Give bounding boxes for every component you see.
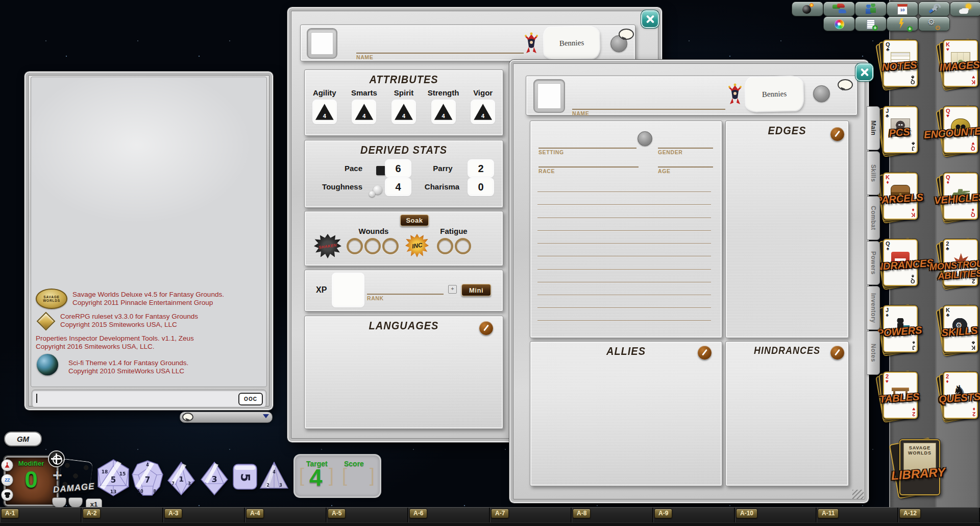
languages-panel: Languages <box>304 316 503 429</box>
attribute-die-slot[interactable]: 4 <box>393 101 414 123</box>
wound-checkbox[interactable] <box>382 238 399 254</box>
sidebar-item-notes[interactable]: Q♣ Q♣ Notes <box>881 40 918 87</box>
toolbar-notes-add-button[interactable] <box>855 17 886 31</box>
die-group-tab[interactable] <box>52 497 66 508</box>
tab-combat[interactable]: Combat <box>867 196 880 240</box>
toolbar-weather-button[interactable] <box>950 2 980 16</box>
hotkey-slot[interactable]: A-4 <box>245 508 327 522</box>
edit-edges-button[interactable] <box>830 127 844 141</box>
tab-notes[interactable]: Notes <box>867 331 880 375</box>
sidebar-item-encounters[interactable]: Q♥ Q♥ Encounters <box>941 106 978 153</box>
sidebar-item-images[interactable]: K♥ K♥ Images <box>941 40 978 87</box>
sidebar-item-library[interactable]: SAVAGEWORLDS Library <box>896 439 940 496</box>
toughness-token-icon[interactable] <box>369 191 375 197</box>
toolbar-bomb-button[interactable] <box>792 2 823 16</box>
toolbar-effects-button[interactable] <box>887 17 918 31</box>
pace-value[interactable]: 6 <box>386 161 410 176</box>
wound-checkbox[interactable] <box>347 238 363 254</box>
charisma-value[interactable]: 0 <box>469 179 493 195</box>
bennies-counter[interactable]: Bennies <box>544 27 600 60</box>
incapacitated-icon[interactable]: Inc <box>405 234 429 257</box>
edit-allies-button[interactable] <box>698 346 712 360</box>
speech-bubble-icon[interactable] <box>838 79 853 90</box>
chat-log[interactable]: SAVAGEWORLDS Savage Worlds Deluxe v4.5 f… <box>31 77 267 387</box>
attribute-die-slot[interactable]: 4 <box>353 101 375 123</box>
close-icon[interactable] <box>856 64 872 80</box>
hotkey-slot[interactable]: A-6 <box>408 508 490 522</box>
target-score-box[interactable]: Target Score [ 4 ] [ ] <box>295 456 380 496</box>
hotkey-slot[interactable]: A-9 <box>653 508 735 522</box>
chat-window[interactable]: SAVAGEWORLDS Savage Worlds Deluxe v4.5 f… <box>24 71 273 410</box>
edit-languages-button[interactable] <box>479 321 493 335</box>
attribute-die-slot[interactable]: 4 <box>314 101 335 123</box>
fatigue-checkbox[interactable] <box>437 238 453 254</box>
setting-token[interactable] <box>638 131 652 146</box>
ooc-button[interactable]: OOC <box>238 393 263 405</box>
toolbar-colors-button[interactable] <box>824 17 854 31</box>
hotkey-slot[interactable]: A-7 <box>490 508 572 522</box>
tab-main[interactable]: Main <box>867 106 880 150</box>
d10-die[interactable]: 1 7 3 <box>167 461 195 496</box>
beast-icon[interactable] <box>1 489 13 501</box>
portrait-slot[interactable] <box>533 79 565 113</box>
sidebar-item-skills[interactable]: K♣ K♣ Skills <box>941 305 978 352</box>
soak-button[interactable]: Soak <box>400 214 429 226</box>
pace-token-icon[interactable] <box>376 166 385 175</box>
tab-powers[interactable]: Powers <box>867 241 880 285</box>
hotkey-slot[interactable]: A-11 <box>817 508 898 522</box>
attribute-die-slot[interactable]: 4 <box>472 101 494 123</box>
svg-text:13: 13 <box>110 489 117 494</box>
chat-input[interactable]: OOC <box>32 390 266 408</box>
toolbar-vehicles-button[interactable] <box>824 2 854 16</box>
chat-mode-slider[interactable] <box>180 412 273 423</box>
sidebar-item-parcels[interactable]: K♦ K♦ Parcels <box>881 173 918 220</box>
toolbar-characters-button[interactable] <box>855 2 886 16</box>
health-potion-icon[interactable] <box>1 459 13 471</box>
dropdown-arrow-icon[interactable] <box>263 414 269 421</box>
token-slot[interactable] <box>813 85 830 102</box>
toolbar-settings-button[interactable] <box>919 17 949 31</box>
d8-die[interactable]: 3 <box>200 461 229 496</box>
hotkey-slot[interactable]: A-8 <box>572 508 653 522</box>
sidebar-item-tables[interactable]: 2♥ 2♥ Tables <box>881 372 918 419</box>
sleep-icon[interactable]: ZZ <box>1 474 13 486</box>
toolbar-calendar-button[interactable] <box>887 2 918 16</box>
d4-die[interactable]: 4 2 3 <box>259 460 289 491</box>
sidebar-item-vehicles[interactable]: Q♦ Q♦ Vehicles <box>941 173 978 220</box>
mini-sheet-button[interactable]: Mini <box>461 284 491 296</box>
xp-value-box[interactable] <box>333 274 363 306</box>
add-rank-button[interactable]: + <box>448 285 457 294</box>
resize-handle[interactable] <box>852 490 864 499</box>
fatigue-checkbox[interactable] <box>455 238 471 254</box>
attribute-die-slot[interactable]: 4 <box>433 101 454 123</box>
gm-identity-pill[interactable]: GM <box>4 432 42 446</box>
hotkey-slot[interactable]: A-10 <box>735 508 817 522</box>
hotkey-slot[interactable]: A-2 <box>82 508 163 522</box>
hotkey-slot[interactable]: A-3 <box>163 508 245 522</box>
sidebar-item-powers[interactable]: J♠ J♠ Powers <box>881 305 918 352</box>
hotkey-slot[interactable]: A-12 <box>898 508 980 522</box>
sidebar-item-quests[interactable]: 2♦ 2♦ Quests <box>941 372 978 419</box>
parry-value[interactable]: 2 <box>469 161 493 176</box>
portrait-slot[interactable] <box>307 28 337 59</box>
bennies-counter[interactable]: Bennies <box>745 77 803 112</box>
hotkey-slot[interactable]: A-1 <box>0 508 82 522</box>
speech-bubble-icon[interactable] <box>619 29 634 40</box>
die-group-tab[interactable] <box>68 497 83 508</box>
tab-inventory[interactable]: Inventory <box>867 286 880 330</box>
d20-die[interactable]: 5 18 15 13 <box>97 459 130 497</box>
shaken-icon[interactable]: Shaken <box>314 234 341 258</box>
close-icon[interactable] <box>642 11 658 27</box>
toughness-value[interactable]: 4 <box>386 179 410 195</box>
sidebar-item-pcs[interactable]: J♣ J♣ PCs <box>881 106 918 153</box>
character-sheet-window-2[interactable]: Main Skills Combat Powers Inventory Note… <box>509 60 869 503</box>
wound-checkbox[interactable] <box>364 238 381 254</box>
toolbar-tools-button[interactable] <box>919 2 949 16</box>
d12-die[interactable]: 7 4 10 8 <box>132 460 163 496</box>
edit-hindrances-button[interactable] <box>830 346 844 360</box>
sidebar-item-hindrances[interactable]: Q♠ Q♠ Hindrances <box>881 239 918 286</box>
hotkey-slot[interactable]: A-5 <box>327 508 408 522</box>
tab-skills[interactable]: Skills <box>867 151 880 195</box>
d6-die[interactable]: 5 <box>232 463 258 491</box>
sidebar-item-monstrous-abilities[interactable]: 2♣ 2♣ Monstrous Abilities <box>941 239 978 286</box>
